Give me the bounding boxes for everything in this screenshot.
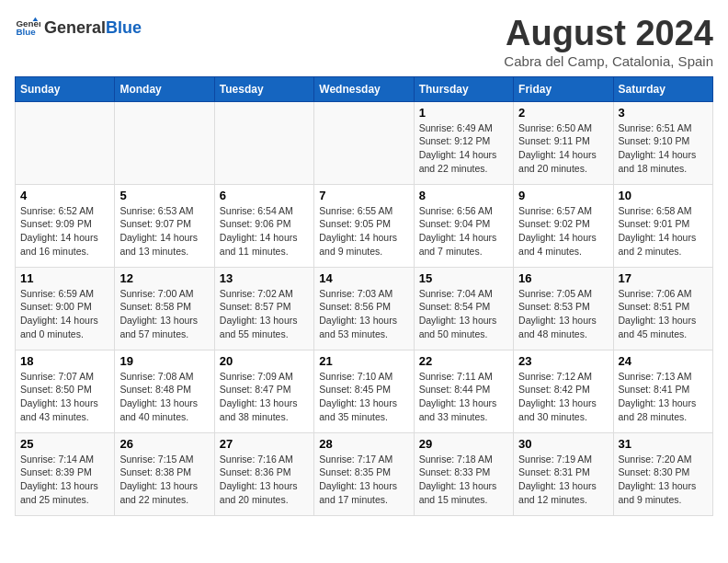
day-cell: 15Sunrise: 7:04 AM Sunset: 8:54 PM Dayli… <box>414 267 513 350</box>
day-info: Sunrise: 6:56 AM Sunset: 9:04 PM Dayligh… <box>419 204 508 259</box>
day-info: Sunrise: 7:16 AM Sunset: 8:36 PM Dayligh… <box>220 453 309 507</box>
day-number: 21 <box>319 354 408 368</box>
day-info: Sunrise: 6:49 AM Sunset: 9:12 PM Dayligh… <box>419 121 508 176</box>
day-cell: 16Sunrise: 7:05 AM Sunset: 8:53 PM Dayli… <box>514 267 613 350</box>
day-cell <box>115 101 214 184</box>
day-info: Sunrise: 6:53 AM Sunset: 9:07 PM Dayligh… <box>119 204 209 259</box>
day-cell: 6Sunrise: 6:54 AM Sunset: 9:06 PM Daylig… <box>214 184 313 267</box>
day-number: 19 <box>119 354 209 368</box>
day-number: 4 <box>20 189 109 202</box>
day-number: 5 <box>119 189 209 202</box>
calendar-header: SundayMondayTuesdayWednesdayThursdayFrid… <box>16 76 713 101</box>
header-cell-tuesday: Tuesday <box>214 76 313 101</box>
day-cell: 20Sunrise: 7:09 AM Sunset: 8:47 PM Dayli… <box>214 350 313 432</box>
day-number: 15 <box>419 271 508 285</box>
day-cell: 8Sunrise: 6:56 AM Sunset: 9:04 PM Daylig… <box>414 184 513 267</box>
day-info: Sunrise: 6:54 AM Sunset: 9:06 PM Dayligh… <box>220 204 309 259</box>
day-info: Sunrise: 6:51 AM Sunset: 9:10 PM Dayligh… <box>619 121 708 176</box>
week-row-3: 11Sunrise: 6:59 AM Sunset: 9:00 PM Dayli… <box>16 267 713 350</box>
svg-text:Blue: Blue <box>16 27 36 37</box>
day-info: Sunrise: 6:59 AM Sunset: 9:00 PM Dayligh… <box>20 287 109 341</box>
day-number: 23 <box>518 354 608 368</box>
day-cell: 10Sunrise: 6:58 AM Sunset: 9:01 PM Dayli… <box>613 184 712 267</box>
day-number: 1 <box>419 106 508 120</box>
day-cell: 21Sunrise: 7:10 AM Sunset: 8:45 PM Dayli… <box>314 350 414 432</box>
logo: General Blue GeneralBlue <box>15 15 142 40</box>
day-cell: 27Sunrise: 7:16 AM Sunset: 8:36 PM Dayli… <box>214 432 313 515</box>
main-title: August 2024 <box>504 15 713 53</box>
day-cell: 1Sunrise: 6:49 AM Sunset: 9:12 PM Daylig… <box>414 101 513 184</box>
day-number: 6 <box>220 189 309 202</box>
day-cell: 13Sunrise: 7:02 AM Sunset: 8:57 PM Dayli… <box>214 267 313 350</box>
day-cell: 23Sunrise: 7:12 AM Sunset: 8:42 PM Dayli… <box>514 350 613 432</box>
day-info: Sunrise: 6:52 AM Sunset: 9:09 PM Dayligh… <box>20 204 109 259</box>
day-cell: 30Sunrise: 7:19 AM Sunset: 8:31 PM Dayli… <box>514 432 613 515</box>
day-number: 11 <box>20 271 109 285</box>
day-number: 12 <box>119 271 209 285</box>
day-cell <box>214 101 313 184</box>
day-number: 18 <box>20 354 109 368</box>
day-info: Sunrise: 7:13 AM Sunset: 8:41 PM Dayligh… <box>619 370 708 424</box>
header-cell-wednesday: Wednesday <box>314 76 414 101</box>
day-info: Sunrise: 6:57 AM Sunset: 9:02 PM Dayligh… <box>518 204 608 259</box>
calendar-body: 1Sunrise: 6:49 AM Sunset: 9:12 PM Daylig… <box>16 101 713 515</box>
day-cell: 3Sunrise: 6:51 AM Sunset: 9:10 PM Daylig… <box>613 101 712 184</box>
day-cell: 25Sunrise: 7:14 AM Sunset: 8:39 PM Dayli… <box>16 432 115 515</box>
day-cell: 18Sunrise: 7:07 AM Sunset: 8:50 PM Dayli… <box>16 350 115 432</box>
day-number: 17 <box>619 271 708 285</box>
day-cell <box>16 101 115 184</box>
header-cell-monday: Monday <box>115 76 214 101</box>
day-info: Sunrise: 7:07 AM Sunset: 8:50 PM Dayligh… <box>20 370 109 424</box>
logo-text-blue: Blue <box>106 18 142 38</box>
day-cell: 12Sunrise: 7:00 AM Sunset: 8:58 PM Dayli… <box>115 267 214 350</box>
logo-icon: General Blue <box>15 15 40 40</box>
day-number: 8 <box>419 189 508 202</box>
day-cell: 9Sunrise: 6:57 AM Sunset: 9:02 PM Daylig… <box>514 184 613 267</box>
day-cell: 24Sunrise: 7:13 AM Sunset: 8:41 PM Dayli… <box>613 350 712 432</box>
day-cell: 2Sunrise: 6:50 AM Sunset: 9:11 PM Daylig… <box>514 101 613 184</box>
day-number: 7 <box>319 189 408 202</box>
day-cell: 28Sunrise: 7:17 AM Sunset: 8:35 PM Dayli… <box>314 432 414 515</box>
day-info: Sunrise: 7:06 AM Sunset: 8:51 PM Dayligh… <box>619 287 708 341</box>
day-number: 14 <box>319 271 408 285</box>
day-number: 9 <box>518 189 608 202</box>
header: General Blue GeneralBlue August 2024 Cab… <box>15 15 713 69</box>
header-cell-thursday: Thursday <box>414 76 513 101</box>
day-cell: 4Sunrise: 6:52 AM Sunset: 9:09 PM Daylig… <box>16 184 115 267</box>
day-info: Sunrise: 7:11 AM Sunset: 8:44 PM Dayligh… <box>419 370 508 424</box>
day-info: Sunrise: 7:04 AM Sunset: 8:54 PM Dayligh… <box>419 287 508 341</box>
day-info: Sunrise: 7:15 AM Sunset: 8:38 PM Dayligh… <box>119 453 209 507</box>
header-row: SundayMondayTuesdayWednesdayThursdayFrid… <box>16 76 713 101</box>
day-info: Sunrise: 7:18 AM Sunset: 8:33 PM Dayligh… <box>419 453 508 507</box>
day-number: 27 <box>220 437 309 451</box>
week-row-4: 18Sunrise: 7:07 AM Sunset: 8:50 PM Dayli… <box>16 350 713 432</box>
day-number: 20 <box>220 354 309 368</box>
day-number: 22 <box>419 354 508 368</box>
day-cell: 17Sunrise: 7:06 AM Sunset: 8:51 PM Dayli… <box>613 267 712 350</box>
day-number: 13 <box>220 271 309 285</box>
day-cell: 29Sunrise: 7:18 AM Sunset: 8:33 PM Dayli… <box>414 432 513 515</box>
day-cell: 7Sunrise: 6:55 AM Sunset: 9:05 PM Daylig… <box>314 184 414 267</box>
day-cell: 22Sunrise: 7:11 AM Sunset: 8:44 PM Dayli… <box>414 350 513 432</box>
week-row-5: 25Sunrise: 7:14 AM Sunset: 8:39 PM Dayli… <box>16 432 713 515</box>
day-info: Sunrise: 7:02 AM Sunset: 8:57 PM Dayligh… <box>220 287 309 341</box>
day-number: 16 <box>518 271 608 285</box>
day-number: 31 <box>619 437 708 451</box>
title-area: August 2024 Cabra del Camp, Catalonia, S… <box>504 15 713 69</box>
day-cell: 19Sunrise: 7:08 AM Sunset: 8:48 PM Dayli… <box>115 350 214 432</box>
day-number: 24 <box>619 354 708 368</box>
day-info: Sunrise: 6:55 AM Sunset: 9:05 PM Dayligh… <box>319 204 408 259</box>
day-cell: 14Sunrise: 7:03 AM Sunset: 8:56 PM Dayli… <box>314 267 414 350</box>
day-number: 10 <box>619 189 708 202</box>
day-info: Sunrise: 7:09 AM Sunset: 8:47 PM Dayligh… <box>220 370 309 424</box>
calendar-table: SundayMondayTuesdayWednesdayThursdayFrid… <box>15 76 713 516</box>
day-cell: 31Sunrise: 7:20 AM Sunset: 8:30 PM Dayli… <box>613 432 712 515</box>
day-number: 26 <box>119 437 209 451</box>
day-cell <box>314 101 414 184</box>
header-cell-friday: Friday <box>514 76 613 101</box>
logo-text-general: General <box>44 18 106 38</box>
header-cell-saturday: Saturday <box>613 76 712 101</box>
day-cell: 11Sunrise: 6:59 AM Sunset: 9:00 PM Dayli… <box>16 267 115 350</box>
day-info: Sunrise: 7:10 AM Sunset: 8:45 PM Dayligh… <box>319 370 408 424</box>
day-info: Sunrise: 7:00 AM Sunset: 8:58 PM Dayligh… <box>119 287 209 341</box>
